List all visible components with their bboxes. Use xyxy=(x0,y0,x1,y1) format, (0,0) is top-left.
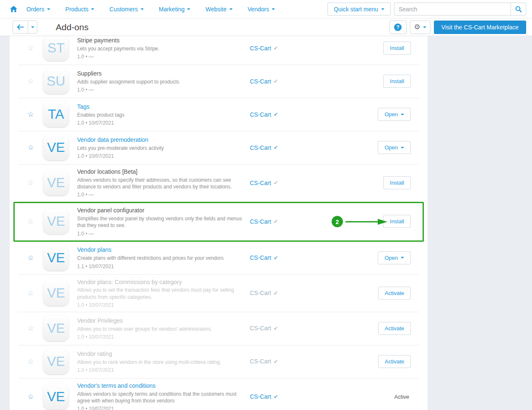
verified-check-icon: ✔ xyxy=(274,218,278,225)
favorite-star-icon[interactable]: ☆ xyxy=(22,217,39,226)
nav-item-label: Products xyxy=(65,6,88,13)
nav-item-customers[interactable]: Customers xyxy=(109,6,144,13)
verified-check-icon: ✔ xyxy=(274,78,278,84)
verified-check-icon: ✔ xyxy=(274,144,278,151)
addon-title[interactable]: Vendor plans: Commissions by category xyxy=(77,278,250,286)
verified-check-icon: ✔ xyxy=(274,180,278,186)
chevron-down-icon xyxy=(401,257,404,259)
install-button[interactable]: Install xyxy=(383,75,411,88)
addon-description: Adds supplier assignment support to prod… xyxy=(77,78,250,85)
chevron-down-icon xyxy=(401,147,404,149)
developer-name[interactable]: CS-Cart xyxy=(250,393,271,400)
addon-title[interactable]: Stripe payments xyxy=(77,37,250,44)
addon-version: 1.0 • 10/07/2021 xyxy=(77,406,250,410)
developer-name[interactable]: CS-Cart xyxy=(250,144,271,151)
addon-action-cell: Activate xyxy=(378,287,415,300)
favorite-star-icon[interactable]: ☆ xyxy=(22,77,39,86)
addon-version: 1.0 • 10/07/2021 xyxy=(77,120,250,126)
favorite-star-icon[interactable]: ☆ xyxy=(22,44,39,52)
developer-name[interactable]: CS-Cart xyxy=(250,325,271,332)
addon-title[interactable]: Tags xyxy=(77,103,250,111)
developer-name[interactable]: CS-Cart xyxy=(250,290,271,296)
nav-item-website[interactable]: Website xyxy=(205,6,232,13)
activate-button-label: Activate xyxy=(385,325,404,332)
addon-title[interactable]: Vendor panel configurator xyxy=(77,206,250,214)
addon-action-cell: Open xyxy=(378,141,415,154)
search-input[interactable] xyxy=(394,3,511,16)
addon-title[interactable]: Vendor rating xyxy=(77,350,250,358)
developer-name[interactable]: CS-Cart xyxy=(250,180,271,186)
addon-action-cell: Active xyxy=(394,393,415,400)
home-button[interactable] xyxy=(10,6,17,12)
addon-developer: CS-Cart ✔ xyxy=(250,144,309,151)
addon-icon-initials: VE xyxy=(47,354,65,369)
addon-title[interactable]: Vendor's terms and conditions xyxy=(77,382,250,390)
developer-name[interactable]: CS-Cart xyxy=(250,218,271,225)
addon-icon: VE xyxy=(43,280,69,306)
nav-item-products[interactable]: Products xyxy=(65,6,94,13)
favorite-star-icon[interactable]: ☆ xyxy=(22,110,39,119)
open-button-label: Open xyxy=(384,111,398,118)
activate-button[interactable]: Activate xyxy=(378,355,411,368)
addon-title[interactable]: Vendor data premoderation xyxy=(77,136,250,144)
addon-row: ☆ VE Vendor rating Allows you to rank ve… xyxy=(18,345,419,379)
addon-icon: VE xyxy=(43,170,69,196)
verified-check-icon: ✔ xyxy=(274,290,278,296)
install-button-label: Install xyxy=(390,45,404,51)
open-button[interactable]: Open xyxy=(378,108,411,121)
addon-row: ☆ ST Stripe payments Lets you accept pay… xyxy=(18,36,419,65)
addon-developer: CS-Cart ✔ xyxy=(250,358,309,365)
developer-name[interactable]: CS-Cart xyxy=(250,111,271,118)
addon-title[interactable]: Vendor locations [Beta] xyxy=(77,168,250,176)
addon-action-cell: Activate xyxy=(378,322,415,335)
chevron-down-icon xyxy=(229,8,233,10)
quick-start-menu-button[interactable]: Quick start menu xyxy=(327,3,391,16)
favorite-star-icon[interactable]: ☆ xyxy=(22,324,39,333)
settings-button[interactable]: ⚙ xyxy=(410,21,431,34)
favorite-star-icon[interactable]: ☆ xyxy=(22,143,39,152)
install-button[interactable]: Install xyxy=(383,215,411,228)
developer-name[interactable]: CS-Cart xyxy=(250,254,271,261)
developer-name[interactable]: CS-Cart xyxy=(250,78,271,85)
addon-version: 1.0 • — xyxy=(77,192,250,198)
favorite-star-icon[interactable]: ☆ xyxy=(22,357,39,366)
favorite-star-icon[interactable]: ☆ xyxy=(22,178,39,187)
addon-title[interactable]: Vendor plans xyxy=(77,246,250,254)
search-button[interactable] xyxy=(511,3,526,16)
open-button[interactable]: Open xyxy=(378,251,411,264)
addon-developer: CS-Cart ✔ xyxy=(250,111,309,118)
chevron-down-icon xyxy=(423,26,426,28)
favorite-star-icon[interactable]: ☆ xyxy=(22,289,39,298)
chevron-down-icon xyxy=(140,8,144,10)
developer-name[interactable]: CS-Cart xyxy=(250,45,271,52)
favorite-star-icon[interactable]: ☆ xyxy=(22,392,39,401)
addon-title[interactable]: Vendor Privileges xyxy=(77,317,250,325)
favorite-star-icon[interactable]: ☆ xyxy=(22,253,39,262)
addon-action-cell: Install xyxy=(383,176,415,189)
developer-name[interactable]: CS-Cart xyxy=(250,358,271,365)
nav-item-orders[interactable]: Orders xyxy=(26,6,50,13)
back-button[interactable] xyxy=(13,21,28,34)
help-icon: ? xyxy=(394,24,402,31)
back-history-dropdown[interactable] xyxy=(28,21,37,34)
page-toolbar: Add-ons ? ⚙ Visit the CS-Cart Marketplac… xyxy=(0,18,532,36)
open-button[interactable]: Open xyxy=(378,141,411,154)
addon-icon: VE xyxy=(43,135,69,160)
addon-developer: CS-Cart ✔ xyxy=(250,393,309,400)
step-badge: 2 xyxy=(332,216,343,227)
install-button[interactable]: Install xyxy=(383,42,411,55)
nav-item-vendors[interactable]: Vendors xyxy=(248,6,275,13)
activate-button[interactable]: Activate xyxy=(378,322,411,335)
install-button-label: Install xyxy=(390,218,404,225)
activate-button[interactable]: Activate xyxy=(378,287,411,300)
addon-title[interactable]: Suppliers xyxy=(77,70,250,78)
install-button[interactable]: Install xyxy=(383,176,411,189)
nav-item-marketing[interactable]: Marketing xyxy=(159,6,190,13)
addon-row: ☆ VE Vendor panel configurator Simplifie… xyxy=(13,202,424,241)
help-button[interactable]: ? xyxy=(389,21,407,34)
addon-icon-initials: VE xyxy=(47,214,65,229)
addon-description: Create plans with different restrictions… xyxy=(77,255,250,261)
addon-icon-initials: VE xyxy=(47,250,65,266)
addon-developer: CS-Cart ✔ xyxy=(250,78,309,85)
visit-marketplace-button[interactable]: Visit the CS-Cart Marketplace xyxy=(434,21,526,34)
